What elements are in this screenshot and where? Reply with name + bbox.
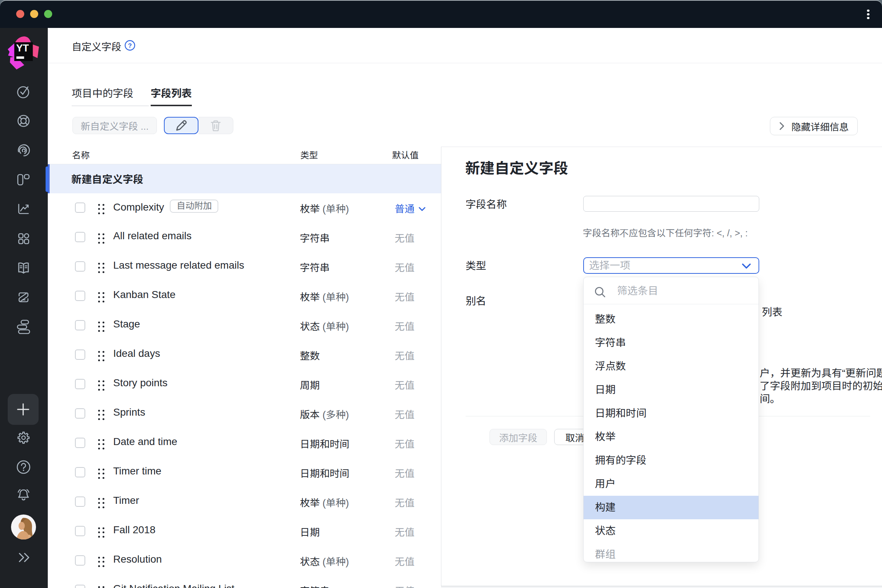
svg-text:?: ? [128,42,132,49]
svg-text:YT: YT [16,43,29,54]
